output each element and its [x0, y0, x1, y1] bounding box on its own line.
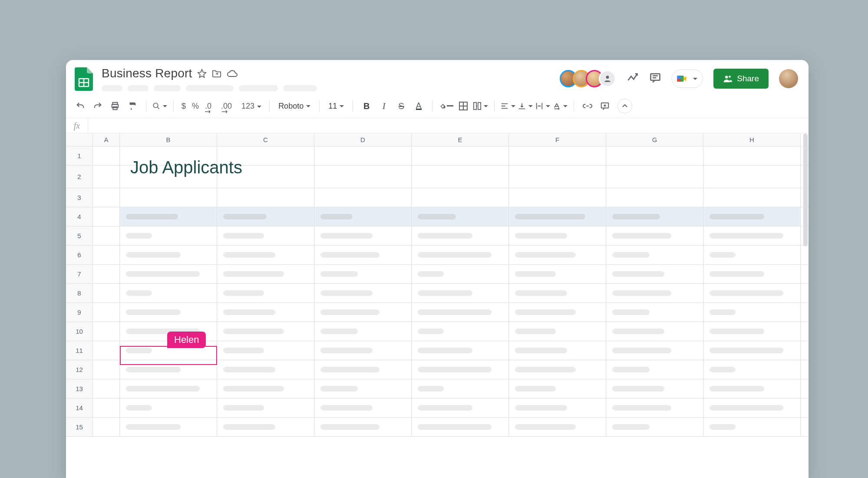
cell[interactable] [606, 166, 703, 188]
cell[interactable] [703, 341, 801, 360]
cell[interactable] [509, 207, 606, 226]
document-title[interactable]: Business Report [102, 66, 192, 80]
row-header[interactable]: 8 [66, 284, 93, 302]
italic-button[interactable]: I [376, 99, 391, 113]
cell[interactable] [509, 146, 606, 165]
merge-cells-button[interactable] [473, 99, 488, 113]
cell[interactable] [93, 418, 120, 436]
grid-row[interactable]: 12 [66, 360, 809, 379]
cell[interactable] [509, 418, 606, 436]
row-header[interactable]: 10 [66, 322, 93, 341]
cell[interactable] [314, 246, 412, 264]
bold-button[interactable]: B [359, 99, 374, 113]
row-header[interactable]: 1 [66, 146, 93, 165]
cell[interactable] [606, 398, 703, 417]
decrease-decimal-button[interactable]: .0 [203, 102, 213, 111]
cell[interactable] [314, 398, 412, 417]
cell[interactable] [606, 265, 703, 283]
font-size-select[interactable]: 11 [326, 102, 347, 111]
undo-button[interactable] [73, 99, 88, 113]
cell[interactable] [703, 360, 801, 379]
row-header[interactable]: 9 [66, 303, 93, 322]
cell[interactable] [217, 341, 314, 360]
menu-item[interactable] [102, 85, 122, 91]
cell[interactable] [93, 265, 120, 283]
menu-item[interactable] [154, 85, 181, 91]
text-color-button[interactable]: A [411, 99, 426, 113]
share-button[interactable]: Share [713, 69, 769, 89]
cell[interactable] [703, 284, 801, 302]
cell[interactable] [703, 322, 801, 341]
cell[interactable] [606, 284, 703, 302]
cell[interactable] [314, 188, 412, 207]
cell[interactable] [412, 226, 509, 245]
cell[interactable] [509, 322, 606, 341]
cell[interactable] [120, 188, 217, 207]
text-wrap-button[interactable] [535, 99, 550, 113]
cell[interactable] [93, 360, 120, 379]
cell[interactable] [703, 146, 801, 165]
row-header[interactable]: 4 [66, 207, 93, 226]
cell[interactable] [509, 188, 606, 207]
cell[interactable] [703, 188, 801, 207]
cell[interactable] [703, 379, 801, 398]
cell[interactable] [509, 226, 606, 245]
row-header[interactable]: 7 [66, 265, 93, 283]
cell[interactable] [217, 322, 314, 341]
cell[interactable] [93, 341, 120, 360]
cell[interactable] [314, 341, 412, 360]
profile-avatar[interactable] [779, 69, 798, 88]
cell[interactable] [93, 188, 120, 207]
column-header[interactable]: F [509, 133, 606, 146]
cell[interactable] [703, 398, 801, 417]
fill-color-button[interactable] [439, 99, 453, 113]
grid-row[interactable]: 10 [66, 322, 809, 341]
zoom-button[interactable] [152, 99, 167, 113]
horizontal-align-button[interactable] [501, 99, 515, 113]
cell[interactable] [703, 166, 801, 188]
cell[interactable] [93, 226, 120, 245]
cell[interactable] [606, 360, 703, 379]
vertical-scrollbar[interactable] [803, 133, 808, 246]
cell[interactable] [509, 398, 606, 417]
cell[interactable] [120, 398, 217, 417]
cell[interactable] [412, 188, 509, 207]
cell[interactable] [703, 265, 801, 283]
cell[interactable] [314, 284, 412, 302]
cell[interactable] [412, 341, 509, 360]
text-rotation-button[interactable] [553, 99, 568, 113]
cell[interactable] [606, 226, 703, 245]
comments-icon[interactable] [649, 72, 661, 86]
cell[interactable] [412, 146, 509, 165]
borders-button[interactable] [456, 99, 471, 113]
column-header[interactable]: H [703, 133, 801, 146]
cell[interactable] [93, 166, 120, 188]
cell[interactable] [93, 398, 120, 417]
grid-row[interactable]: 8 [66, 284, 809, 303]
insert-link-button[interactable] [580, 99, 595, 113]
cell[interactable] [120, 226, 217, 245]
cell[interactable] [314, 418, 412, 436]
cell[interactable] [120, 207, 217, 226]
cell[interactable] [93, 246, 120, 264]
cell[interactable] [93, 146, 120, 165]
cell[interactable] [217, 398, 314, 417]
column-header[interactable]: C [217, 133, 314, 146]
cell[interactable] [606, 146, 703, 165]
cell[interactable] [217, 207, 314, 226]
row-header[interactable]: 6 [66, 246, 93, 264]
redo-button[interactable] [90, 99, 105, 113]
row-header[interactable]: 2 [66, 166, 93, 188]
column-header[interactable]: B [120, 133, 217, 146]
cell[interactable] [412, 166, 509, 188]
cell[interactable] [93, 284, 120, 302]
insert-comment-button[interactable] [597, 99, 612, 113]
cell[interactable] [509, 265, 606, 283]
strikethrough-button[interactable]: S [394, 99, 409, 113]
row-header[interactable]: 14 [66, 398, 93, 417]
cell[interactable] [217, 418, 314, 436]
grid-row[interactable]: 5 [66, 226, 809, 246]
cell[interactable] [703, 246, 801, 264]
cell[interactable] [606, 207, 703, 226]
grid-row[interactable]: 4 [66, 207, 809, 226]
